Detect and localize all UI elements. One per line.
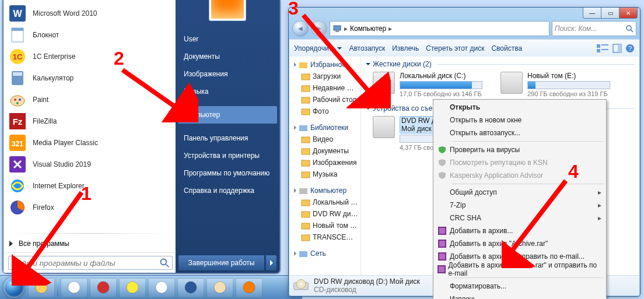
close-button[interactable]: ✕: [619, 8, 638, 19]
all-programs[interactable]: Все программы: [4, 235, 175, 252]
tree-item[interactable]: Недавние места: [290, 82, 359, 94]
view-icon[interactable]: [596, 44, 609, 53]
start-program-calc[interactable]: Калькулятор: [5, 67, 174, 89]
taskbar-paint[interactable]: [206, 278, 233, 297]
start-orb[interactable]: [2, 276, 26, 299]
tree-item[interactable]: Локальный диск (C:): [290, 196, 359, 208]
start-right-item[interactable]: User: [178, 30, 277, 48]
ctx-autorun[interactable]: Открыть автозапуск...: [435, 126, 605, 139]
shutdown-button[interactable]: Завершение работы: [178, 255, 265, 271]
tree-item[interactable]: Фото: [290, 105, 359, 117]
ctx-open-new[interactable]: Открыть в новом окне: [435, 114, 605, 126]
dvd-drive-icon: [293, 277, 309, 294]
svg-point-28: [243, 282, 255, 293]
start-right-item[interactable]: Программы по умолчанию: [178, 164, 277, 182]
start-program-mpc[interactable]: 321Media Player Classic: [5, 132, 174, 153]
tree-section[interactable]: Компьютер: [290, 185, 359, 196]
nav-back[interactable]: ◄: [292, 20, 309, 37]
toolbar-erase[interactable]: Стереть этот диск: [426, 44, 484, 52]
start-program-vs[interactable]: Visual Studio 2019: [5, 153, 174, 175]
shutdown-group: Завершение работы: [178, 255, 277, 270]
svg-text:321: 321: [12, 140, 23, 148]
tree-item[interactable]: Изображения: [290, 157, 359, 168]
drive-item[interactable]: Локальный диск (C:)17,0 ГБ свободно из 1…: [373, 72, 487, 97]
tree-item[interactable]: Новый том (E:): [290, 220, 359, 231]
ctx-add-named-send[interactable]: Добавить в архив "Archive.rar" и отправи…: [435, 263, 605, 276]
start-right-item[interactable]: Справка и поддержка: [178, 182, 277, 199]
shutdown-dropdown[interactable]: [266, 255, 277, 271]
svg-point-9: [14, 99, 16, 101]
start-program-label: Visual Studio 2019: [33, 160, 91, 168]
folder-icon: [301, 95, 310, 104]
ctx-share[interactable]: Общий доступ▸: [435, 186, 605, 199]
ctx-crc[interactable]: CRC SHA▸: [435, 212, 605, 224]
search-input[interactable]: [8, 256, 173, 270]
start-right-item[interactable]: Изображения: [178, 65, 277, 83]
triangle-down-icon: [366, 63, 370, 65]
ctx-eject[interactable]: Извлечь: [435, 293, 605, 299]
word-icon: [184, 280, 198, 294]
breadcrumb-item[interactable]: Компьютер: [350, 24, 386, 33]
explorer-search[interactable]: Поиск: Ком...: [552, 21, 636, 36]
start-program-word[interactable]: WMicrosoft Word 2010: [5, 2, 174, 24]
tree-item[interactable]: DVD RW дисковод: [290, 208, 359, 220]
start-right-item[interactable]: Музыка: [178, 83, 277, 100]
ctx-add-arch-named[interactable]: Добавить в архив "Archive.rar": [435, 237, 605, 250]
folder-icon: [301, 170, 310, 179]
tree-item[interactable]: TRANSCEND (F:): [290, 231, 359, 243]
ctx-7zip[interactable]: 7-Zip▸: [435, 199, 605, 212]
user-picture[interactable]: [209, 0, 246, 21]
drive-item[interactable]: Новый том (E:)290 ГБ свободно из 319 ГБ: [501, 72, 614, 97]
ctx-open[interactable]: Открыть: [435, 101, 605, 114]
start-right-item[interactable]: Устройства и принтеры: [178, 147, 277, 164]
search-icon: [159, 257, 170, 269]
taskbar-yabrowser[interactable]: [119, 278, 146, 297]
tree-section[interactable]: Сеть: [290, 248, 359, 259]
toolbar-props[interactable]: Свойства: [491, 44, 522, 52]
ctx-add-arch[interactable]: Добавить в архив...: [435, 224, 605, 237]
taskbar-word[interactable]: [177, 278, 204, 297]
ctx-av-check[interactable]: Проверить на вирусы: [435, 143, 605, 156]
rar-icon: [438, 265, 446, 273]
separator: [452, 141, 604, 142]
status-text: DVD RW дисковод (D:) Мой диск CD-дисково…: [314, 277, 420, 294]
start-program-paint[interactable]: Paint: [5, 89, 174, 110]
toolbar-eject[interactable]: Извлечь: [392, 44, 419, 52]
start-program-notepad[interactable]: Блокнот: [5, 24, 174, 45]
drive-group-header[interactable]: Жесткие диски (2): [366, 59, 635, 69]
tree-item[interactable]: Видео: [290, 133, 359, 145]
maximize-button[interactable]: ▭: [601, 8, 620, 19]
drive-icon: [373, 116, 395, 138]
start-right-item[interactable]: Компьютер: [178, 106, 277, 124]
svg-rect-63: [439, 241, 445, 247]
svg-line-32: [631, 30, 633, 32]
tree-item[interactable]: Документы: [290, 145, 359, 157]
tree-item[interactable]: Музыка: [290, 168, 359, 180]
taskbar-explorer[interactable]: [28, 278, 55, 297]
drive-icon: [373, 72, 395, 94]
svg-rect-35: [597, 49, 600, 52]
preview-pane-icon[interactable]: [612, 44, 622, 53]
start-program-1c[interactable]: 1C1C Enterprise: [5, 45, 174, 67]
breadcrumb[interactable]: ▸ Компьютер ▸: [330, 21, 550, 36]
ctx-format[interactable]: Форматировать...: [435, 280, 605, 293]
start-right-item[interactable]: Панель управления: [178, 129, 277, 147]
tree-section[interactable]: Библиотеки: [290, 122, 359, 133]
tree-section[interactable]: Избранное: [290, 59, 359, 71]
tree-item[interactable]: Загрузки: [290, 71, 359, 82]
taskbar-yandex[interactable]: [61, 278, 88, 297]
help-icon[interactable]: ?: [625, 44, 635, 53]
taskbar-chrome[interactable]: [148, 278, 175, 297]
chevron-down-icon: [337, 47, 342, 50]
svg-rect-41: [299, 62, 307, 68]
taskbar-firefox[interactable]: [236, 278, 262, 297]
start-menu-left: WMicrosoft Word 2010Блокнот1C1C Enterpri…: [4, 0, 176, 273]
tree-item[interactable]: Рабочий стол: [290, 94, 359, 105]
start-program-filezilla[interactable]: FzFileZilla: [5, 110, 174, 132]
toolbar-autorun[interactable]: Автозапуск: [349, 44, 385, 52]
taskbar-opera[interactable]: [90, 278, 117, 297]
toolbar-organize[interactable]: Упорядочить: [294, 44, 342, 52]
start-right-item[interactable]: Документы: [178, 48, 277, 65]
nav-forward[interactable]: ►: [311, 20, 327, 37]
minimize-button[interactable]: —: [583, 8, 601, 19]
